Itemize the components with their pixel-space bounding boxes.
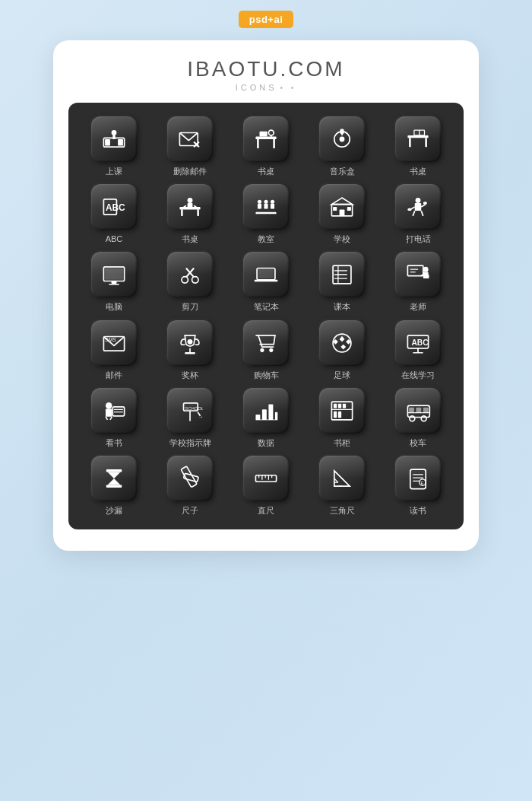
icon-label-classroom: 上课	[106, 167, 122, 176]
icon-item-textbook[interactable]: 课本	[309, 252, 375, 312]
soccer-icon	[329, 330, 355, 356]
icon-row-3: 邮件奖杯购物车足球在线学习	[76, 320, 456, 380]
icon-label-classroom2: 教室	[258, 234, 274, 244]
icon-label-online-study: 在线学习	[401, 370, 435, 380]
icon-grid: 上课删除邮件书桌音乐盒书桌ABC书桌教室学校打电话电脑剪刀笔记本课本老师邮件奖杯…	[68, 103, 464, 529]
icon-item-bus[interactable]: 校车	[385, 388, 451, 448]
icon-item-classroom[interactable]: 上课	[81, 116, 147, 176]
triangle-ruler-icon	[329, 466, 355, 491]
icon-label-trophy: 奖杯	[182, 370, 198, 380]
icon-row-1: ABC书桌教室学校打电话	[76, 184, 456, 244]
desk3-icon	[177, 194, 203, 220]
scissors-icon	[177, 262, 203, 288]
trophy-icon	[177, 330, 203, 356]
icon-box-desk3	[167, 184, 213, 230]
icon-item-hourglass[interactable]: 沙漏	[81, 456, 147, 516]
icon-item-abc[interactable]: ABC	[81, 184, 147, 244]
icon-item-online-study[interactable]: 在线学习	[385, 320, 451, 380]
icon-box-online-study	[395, 320, 441, 366]
icon-box-soccer	[319, 320, 365, 366]
icon-item-soccer[interactable]: 足球	[309, 320, 375, 380]
bookshelf-icon	[329, 398, 355, 424]
site-title: IBAOTU.COM	[187, 57, 344, 81]
icon-item-desk[interactable]: 书桌	[233, 116, 299, 176]
icon-label-mail: 邮件	[106, 370, 122, 380]
icon-item-sign[interactable]: 学校指示牌	[157, 388, 223, 448]
reading-icon	[101, 398, 127, 424]
school-icon	[329, 194, 355, 220]
desk-icon	[253, 126, 279, 152]
icon-item-music-box[interactable]: 音乐盒	[309, 116, 375, 176]
icon-box-laptop	[243, 252, 289, 297]
icon-item-classroom2[interactable]: 教室	[233, 184, 299, 244]
icon-row-2: 电脑剪刀笔记本课本老师	[76, 252, 456, 312]
icon-label-ruler: 尺子	[182, 506, 198, 516]
icon-label-textbook: 课本	[334, 302, 350, 312]
icon-item-bookshelf[interactable]: 书柜	[309, 388, 375, 448]
icon-box-music-box	[319, 116, 365, 162]
desk2-icon	[405, 126, 431, 152]
icon-label-abc: ABC	[106, 234, 123, 244]
icon-box-trophy	[167, 320, 213, 366]
sign-icon	[177, 398, 203, 424]
icon-item-scissors[interactable]: 剪刀	[157, 252, 223, 312]
icon-box-bookshelf	[319, 388, 365, 434]
icon-box-ebook	[395, 456, 441, 501]
icon-label-desk3: 书桌	[182, 234, 198, 244]
icon-label-ebook: 读书	[410, 506, 426, 516]
icon-item-triangle-ruler[interactable]: 三角尺	[309, 456, 375, 516]
icon-label-cart: 购物车	[254, 370, 279, 380]
icon-item-reading[interactable]: 看书	[81, 388, 147, 448]
icon-item-delete-mail[interactable]: 删除邮件	[157, 116, 223, 176]
icon-label-straightruler: 直尺	[258, 506, 274, 516]
phone-icon	[405, 194, 431, 220]
icon-label-teacher: 老师	[410, 302, 426, 312]
icon-item-phone[interactable]: 打电话	[385, 184, 451, 244]
icon-label-bus: 校车	[410, 438, 426, 448]
classroom2-icon	[253, 194, 279, 220]
icon-label-triangle-ruler: 三角尺	[330, 506, 355, 516]
icon-box-delete-mail	[167, 116, 213, 162]
icon-label-delete-mail: 删除邮件	[173, 167, 207, 176]
icon-box-straightruler	[243, 456, 289, 501]
hourglass-icon	[101, 466, 127, 491]
icon-box-data	[243, 388, 289, 434]
icon-item-data[interactable]: 数据	[233, 388, 299, 448]
icon-label-laptop: 笔记本	[254, 302, 279, 312]
icon-item-desk2[interactable]: 书桌	[385, 116, 451, 176]
icon-label-soccer: 足球	[334, 370, 350, 380]
icon-label-hourglass: 沙漏	[106, 506, 122, 516]
icon-item-trophy[interactable]: 奖杯	[157, 320, 223, 380]
icon-label-music-box: 音乐盒	[330, 167, 355, 176]
icon-label-school: 学校	[334, 234, 350, 244]
icon-box-phone	[395, 184, 441, 230]
icon-box-abc	[91, 184, 137, 230]
straightruler-icon	[253, 466, 279, 491]
icon-label-scissors: 剪刀	[182, 302, 198, 312]
icon-item-desk3[interactable]: 书桌	[157, 184, 223, 244]
mail-icon	[101, 330, 127, 356]
icon-item-cart[interactable]: 购物车	[233, 320, 299, 380]
icon-box-textbook	[319, 252, 365, 297]
icon-item-laptop[interactable]: 笔记本	[233, 252, 299, 312]
icon-item-computer[interactable]: 电脑	[81, 252, 147, 312]
card-subtitle: ICONS	[236, 83, 297, 92]
icon-label-desk: 书桌	[258, 167, 274, 176]
icon-item-mail[interactable]: 邮件	[81, 320, 147, 380]
icon-box-desk2	[395, 116, 441, 162]
icon-box-triangle-ruler	[319, 456, 365, 501]
icon-label-phone: 打电话	[406, 234, 431, 244]
icon-row-5: 沙漏尺子直尺三角尺读书	[76, 456, 456, 516]
icon-item-school[interactable]: 学校	[309, 184, 375, 244]
bus-icon	[405, 398, 431, 424]
icon-item-ebook[interactable]: 读书	[385, 456, 451, 516]
icon-item-ruler[interactable]: 尺子	[157, 456, 223, 516]
icon-box-reading	[91, 388, 137, 434]
icon-item-straightruler[interactable]: 直尺	[233, 456, 299, 516]
laptop-icon	[253, 262, 279, 288]
textbook-icon	[329, 262, 355, 288]
icon-box-ruler	[167, 456, 213, 501]
icon-box-hourglass	[91, 456, 137, 501]
cart-icon	[253, 330, 279, 356]
icon-item-teacher[interactable]: 老师	[385, 252, 451, 312]
